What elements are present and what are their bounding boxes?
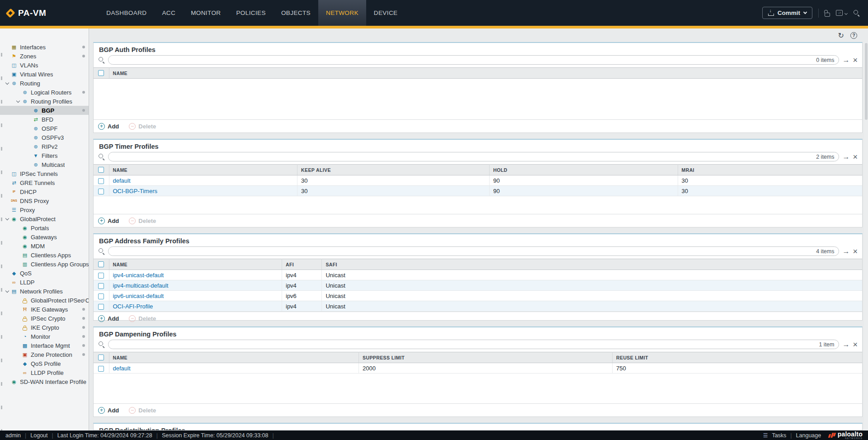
sidebar-item-sd-wan-interface-profile[interactable]: ◉SD-WAN Interface Profile [0, 377, 89, 386]
row-checkbox[interactable] [98, 283, 104, 289]
sidebar-item-qos[interactable]: ◆QoS [0, 269, 89, 278]
sidebar-item-ipsec-tunnels[interactable]: ◫IPSec Tunnels [0, 169, 89, 178]
sidebar-item-bgp[interactable]: ⊛BGP [0, 106, 89, 115]
chevron-down-icon[interactable] [4, 80, 10, 86]
sidebar-item-globalprotect[interactable]: ◉GlobalProtect [0, 214, 89, 223]
sidebar-item-clientless-apps[interactable]: ▤Clientless Apps [0, 251, 89, 260]
clear-filter-icon[interactable]: × [853, 247, 858, 255]
profile-name-link[interactable]: ipv6-unicast-default [109, 291, 282, 301]
column-header[interactable]: SAFI [322, 259, 862, 270]
sidebar-item-proxy[interactable]: ☰Proxy [0, 205, 89, 214]
select-all-checkbox[interactable] [98, 70, 104, 76]
column-header[interactable]: NAME [109, 352, 359, 363]
sidebar-item-vlans[interactable]: ◫VLANs [0, 61, 89, 70]
clear-filter-icon[interactable]: × [853, 56, 858, 64]
tab-acc[interactable]: ACC [154, 0, 183, 26]
profile-name-link[interactable]: ipv4-unicast-default [109, 270, 282, 280]
column-header[interactable]: AFI [282, 259, 322, 270]
sidebar-item-ospf[interactable]: ⊛OSPF [0, 124, 89, 133]
profile-name-link[interactable]: ipv4-multicast-default [109, 280, 282, 291]
select-all-checkbox[interactable] [98, 261, 104, 267]
apply-filter-icon[interactable]: → [842, 57, 849, 64]
scrollbar[interactable] [864, 42, 868, 431]
column-header[interactable]: MRAI [678, 165, 862, 175]
profile-name-link[interactable]: default [109, 363, 359, 374]
column-header[interactable]: NAME [109, 68, 862, 79]
help-icon[interactable]: ? [850, 32, 857, 39]
refresh-icon[interactable]: ↻ [838, 31, 844, 40]
chevron-down-icon[interactable] [4, 216, 10, 222]
sidebar-item-ike-crypto[interactable]: IKE Crypto [0, 323, 89, 332]
filter-input[interactable] [113, 154, 816, 160]
sidebar-item-logical-routers[interactable]: ⊛Logical Routers [0, 88, 89, 97]
delete-button[interactable]: −Delete [129, 407, 156, 414]
sidebar-item-lldp-profile[interactable]: ∞LLDP Profile [0, 368, 89, 377]
sidebar-item-ike-gateways[interactable]: ĦIKE Gateways [0, 305, 89, 314]
clear-filter-icon[interactable]: × [853, 341, 858, 349]
select-all-checkbox[interactable] [98, 167, 104, 173]
chevron-down-icon[interactable] [844, 12, 848, 15]
scrollbar-thumb[interactable] [865, 43, 868, 120]
commit-button[interactable]: Commit [762, 7, 812, 19]
config-actions-icon[interactable] [836, 10, 843, 16]
profile-name-link[interactable]: OCI-BGP-Timers [109, 186, 297, 196]
sidebar-item-lldp[interactable]: ∞LLDP [0, 278, 89, 287]
row-checkbox[interactable] [98, 273, 104, 279]
sidebar-item-zones[interactable]: ⚑Zones [0, 52, 89, 61]
column-header[interactable]: SUPPRESS LIMIT [359, 352, 613, 363]
row-checkbox[interactable] [98, 293, 104, 299]
sidebar-item-dhcp[interactable]: IPDHCP [0, 187, 89, 196]
sidebar-item-interfaces[interactable]: ▦Interfaces [0, 43, 89, 52]
column-header[interactable]: KEEP ALIVE [297, 165, 490, 175]
apply-filter-icon[interactable]: → [842, 248, 849, 255]
sidebar-item-routing-profiles[interactable]: ⊛Routing Profiles [0, 97, 89, 106]
tab-monitor[interactable]: MONITOR [183, 0, 228, 26]
sidebar-item-ripv2[interactable]: ⊛RIPv2 [0, 142, 89, 151]
sidebar-item-mdm[interactable]: ◉MDM [0, 241, 89, 251]
sidebar-item-gateways[interactable]: ◉Gateways [0, 232, 89, 241]
apply-filter-icon[interactable]: → [842, 153, 849, 161]
sidebar-item-qos-profile[interactable]: ◆QoS Profile [0, 359, 89, 368]
sidebar-item-gre-tunnels[interactable]: ⇄GRE Tunnels [0, 178, 89, 187]
column-header[interactable]: REUSE LIMIT [613, 352, 863, 363]
language-link[interactable]: Language [796, 432, 821, 439]
sidebar-item-interface-mgmt[interactable]: ▩Interface Mgmt [0, 341, 89, 350]
add-button[interactable]: +Add [98, 218, 119, 224]
sidebar-item-filters[interactable]: ▼Filters [0, 151, 89, 160]
sidebar-item-virtual-wires[interactable]: ▣Virtual Wires [0, 70, 89, 79]
select-all-checkbox[interactable] [98, 355, 104, 360]
tab-device[interactable]: DEVICE [366, 0, 406, 26]
sidebar-item-gp-ipsec-crypto[interactable]: GlobalProtect IPSec Crypto [0, 296, 89, 305]
sidebar-item-multicast[interactable]: ⊛Multicast [0, 160, 89, 169]
column-header[interactable]: HOLD [490, 165, 678, 175]
add-button[interactable]: +Add [98, 407, 119, 414]
delete-button[interactable]: −Delete [129, 123, 156, 130]
column-header[interactable]: NAME [109, 165, 297, 175]
profile-name-link[interactable]: default [109, 175, 297, 186]
sidebar-item-zone-protection[interactable]: ▣Zone Protection [0, 350, 89, 359]
logout-link[interactable]: Logout [30, 432, 47, 439]
tab-network[interactable]: NETWORK [318, 0, 366, 26]
filter-input[interactable] [113, 57, 816, 63]
tab-objects[interactable]: OBJECTS [274, 0, 318, 26]
row-checkbox[interactable] [98, 189, 104, 194]
sidebar-item-monitor[interactable]: ◔Monitor [0, 332, 89, 341]
tab-policies[interactable]: POLICIES [228, 0, 273, 26]
tasks-link[interactable]: Tasks [772, 432, 786, 439]
profile-name-link[interactable]: OCI-AFI-Profile [109, 301, 282, 312]
add-button[interactable]: +Add [98, 123, 119, 130]
chevron-down-icon[interactable] [4, 288, 10, 294]
sidebar-item-ipsec-crypto[interactable]: IPSec Crypto [0, 314, 89, 323]
add-button[interactable]: +Add [98, 315, 119, 322]
row-checkbox[interactable] [98, 366, 104, 372]
sidebar-item-network-profiles[interactable]: ▤Network Profiles [0, 287, 89, 296]
global-search-icon[interactable] [853, 9, 860, 16]
filter-input[interactable] [113, 248, 816, 255]
row-checkbox[interactable] [98, 178, 104, 184]
filter-input[interactable] [113, 341, 819, 348]
delete-button[interactable]: −Delete [129, 315, 156, 322]
sidebar-item-clientless-app-groups[interactable]: ▥Clientless App Groups [0, 260, 89, 269]
apply-filter-icon[interactable]: → [842, 341, 849, 348]
sidebar-item-bfd[interactable]: ⇄BFD [0, 115, 89, 124]
chevron-down-icon[interactable] [14, 98, 21, 104]
